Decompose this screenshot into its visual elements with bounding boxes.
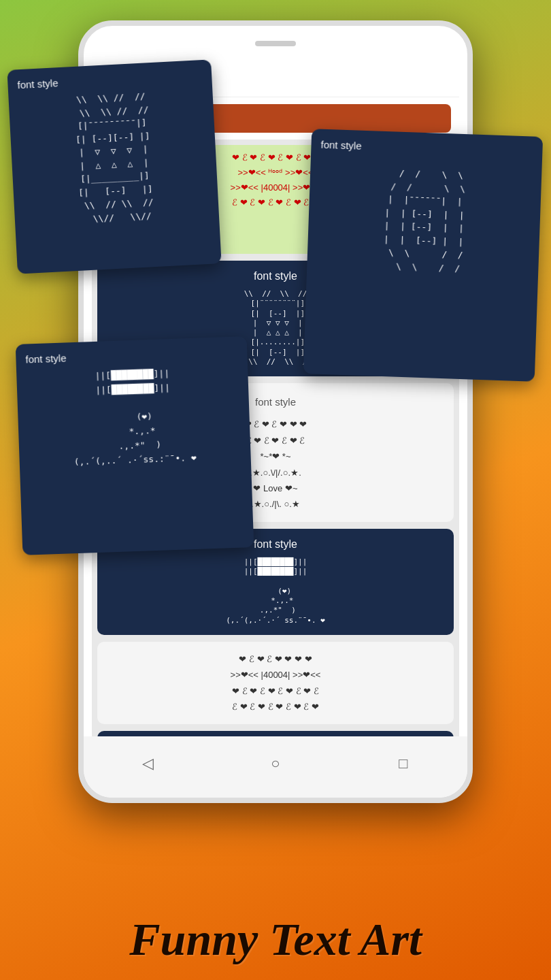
- floating-card-top-right-art: / / \ \ / / \ \ | |¯¯¯¯¯¯| | | | [--] | …: [316, 164, 532, 278]
- hearts-big-content: ❤ ℰ ❤ ℰ ❤ ❤ ❤ ❤ >>❤<< |40004| >>❤<< ❤ ℰ …: [107, 651, 444, 715]
- floating-card-top-right: font style / / \ \ / / \ \ | |¯¯¯¯¯¯| | …: [303, 129, 543, 382]
- phone-speaker: [255, 41, 296, 46]
- floating-card-top-left: font style \\ \\ // // \\ \\ // // [|¯¯¯…: [7, 59, 221, 274]
- recent-nav-button[interactable]: □: [390, 750, 417, 777]
- hearts-card-big: ❤ ℰ ❤ ℰ ❤ ❤ ❤ ❤ >>❤<< |40004| >>❤<< ❤ ℰ …: [97, 642, 454, 725]
- page-title: Funny Text Art: [129, 913, 422, 965]
- floating-card-top-left-art: \\ \\ // // \\ \\ // // [|¯¯¯¯¯¯¯¯¯|] [|…: [18, 86, 210, 229]
- back-nav-button[interactable]: ◁: [134, 750, 161, 777]
- floating-card-mid-left-art: ||[████████]|| ||[████████]|| (❤️) *.,.*…: [26, 365, 241, 471]
- bottom-nav: ◁ ○ □: [84, 736, 467, 798]
- floating-card-top-right-title: font style: [320, 139, 533, 158]
- font-card-4: font style Rediscovering Love . . . ℘ ℒo…: [97, 731, 454, 736]
- page-title-container: Funny Text Art: [0, 913, 551, 966]
- floating-card-mid-left-title: font style: [25, 346, 237, 365]
- home-nav-button[interactable]: ○: [262, 750, 289, 777]
- font-card-3-art: ||[████████]|| ||[████████]|| (❤️) *.,.*…: [107, 557, 444, 625]
- floating-card-mid-left: font style ||[████████]|| ||[████████]||…: [16, 336, 254, 555]
